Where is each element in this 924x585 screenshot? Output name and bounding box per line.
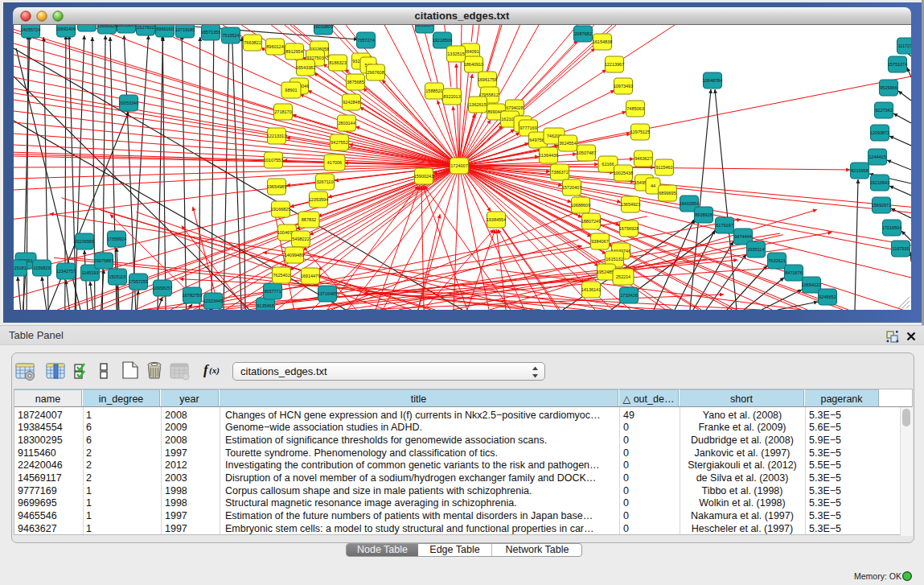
svg-text:6966160: 6966160 (156, 27, 173, 31)
svg-text:8322013: 8322013 (443, 94, 460, 99)
svg-text:9886599: 9886599 (78, 25, 95, 26)
svg-text:7386372: 7386372 (551, 170, 568, 175)
svg-text:18807249: 18807249 (581, 219, 601, 224)
svg-text:10973493: 10973493 (614, 84, 633, 89)
svg-text:252214: 252214 (616, 274, 630, 279)
svg-text:8912954: 8912954 (285, 49, 302, 54)
svg-text:1244415: 1244415 (869, 154, 885, 159)
svg-text:10958157: 10958157 (153, 286, 172, 290)
svg-text:1615132: 1615132 (606, 257, 622, 262)
svg-text:15692971: 15692971 (872, 203, 891, 208)
svg-text:10648784: 10648784 (703, 78, 722, 83)
svg-text:9474444: 9474444 (734, 234, 751, 239)
svg-text:16033809: 16033809 (314, 25, 333, 29)
svg-text:2803144: 2803144 (338, 121, 355, 126)
svg-text:13654923: 13654923 (621, 202, 640, 207)
svg-text:12353594: 12353594 (309, 197, 328, 202)
svg-text:7632621: 7632621 (768, 258, 785, 263)
svg-text:12093872: 12093872 (870, 130, 889, 135)
svg-text:19166825: 19166825 (271, 207, 290, 212)
svg-text:3875685: 3875685 (347, 80, 363, 84)
svg-text:7515524: 7515524 (222, 33, 239, 38)
svg-text:12342757: 12342757 (56, 269, 76, 274)
svg-text:17359924: 17359924 (107, 237, 126, 241)
svg-text:16543382: 16543382 (296, 65, 315, 70)
svg-text:10025438: 10025438 (614, 171, 633, 175)
svg-text:12975125: 12975125 (630, 130, 650, 134)
svg-text:16154838: 16154838 (593, 39, 612, 44)
svg-text:15751074: 15751074 (888, 62, 907, 67)
svg-text:9427552: 9427552 (331, 140, 347, 145)
svg-text:8960124: 8960124 (266, 44, 283, 49)
svg-text:2967608: 2967608 (367, 70, 384, 75)
svg-text:19654985: 19654985 (267, 184, 286, 189)
svg-text:9463627: 9463627 (634, 156, 651, 161)
svg-text:24055724: 24055724 (21, 27, 40, 32)
svg-text:62166: 62166 (602, 162, 614, 167)
svg-text:12213967: 12213967 (605, 62, 624, 67)
svg-text:1527602: 1527602 (137, 25, 154, 30)
svg-text:1117271: 1117271 (898, 43, 911, 48)
svg-text:17016504: 17016504 (882, 225, 901, 230)
svg-text:9227342: 9227342 (875, 108, 892, 113)
svg-text:9135468: 9135468 (257, 303, 273, 308)
svg-text:29975887: 29975887 (94, 258, 113, 263)
svg-text:14099489: 14099489 (285, 253, 304, 257)
svg-text:7663822: 7663822 (244, 40, 261, 45)
svg-text:16756928: 16756928 (619, 226, 639, 231)
svg-text:1145193: 1145193 (81, 270, 98, 275)
svg-text:1505115: 1505115 (109, 274, 125, 279)
svg-text:16571355: 16571355 (201, 30, 220, 35)
svg-text:10107553: 10107553 (264, 158, 283, 163)
svg-text:44: 44 (651, 183, 655, 188)
svg-text:1332515: 1332515 (447, 51, 464, 56)
svg-text:9529966: 9529966 (880, 85, 897, 90)
svg-text:6899695: 6899695 (659, 191, 676, 196)
svg-text:8215958: 8215958 (851, 168, 868, 173)
svg-text:6179197: 6179197 (716, 223, 733, 228)
svg-text:7357274: 7357274 (357, 38, 374, 43)
svg-text:1724007: 1724007 (450, 163, 467, 168)
svg-text:12323445: 12323445 (203, 299, 223, 303)
svg-text:10653267: 10653267 (117, 25, 136, 27)
svg-text:1167535: 1167535 (892, 246, 909, 251)
svg-text:8471676: 8471676 (785, 270, 802, 275)
svg-text:15866926: 15866926 (97, 25, 117, 28)
svg-text:1362615: 1362615 (469, 102, 486, 107)
svg-text:19218506: 19218506 (433, 38, 452, 43)
svg-text:16403954: 16403954 (680, 201, 699, 206)
svg-text:10719185: 10719185 (175, 27, 195, 32)
svg-text:9115460: 9115460 (655, 165, 672, 170)
svg-text:15720407: 15720407 (562, 185, 581, 190)
svg-text:20206586: 20206586 (75, 239, 94, 244)
svg-text:1156829: 1156829 (33, 266, 50, 270)
svg-text:9777169: 9777169 (519, 126, 536, 130)
svg-text:98901: 98901 (285, 88, 297, 93)
svg-text:20691406: 20691406 (56, 27, 76, 31)
svg-text:21364436: 21364436 (539, 153, 558, 158)
svg-text:10654122: 10654122 (802, 282, 821, 287)
svg-text:2935114: 2935114 (747, 247, 764, 252)
svg-text:8938928: 8938928 (695, 212, 712, 217)
svg-text:9384067: 9384067 (591, 239, 608, 244)
svg-text:8186323: 8186323 (329, 60, 346, 65)
svg-text:2087682: 2087682 (574, 31, 591, 36)
svg-text:19384554: 19384554 (487, 217, 506, 222)
svg-text:1733426: 1733426 (620, 293, 637, 298)
svg-text:8813014: 8813014 (416, 25, 433, 27)
svg-text:16210643: 16210643 (870, 180, 889, 185)
svg-text:3267110: 3267110 (316, 179, 333, 184)
svg-text:3624554: 3624554 (559, 141, 576, 146)
svg-text:887832: 887832 (302, 217, 316, 222)
svg-text:16782759: 16782759 (183, 293, 202, 298)
svg-text:6794028: 6794028 (506, 105, 523, 110)
svg-text:16914479: 16914479 (301, 274, 320, 278)
svg-text:7625402: 7625402 (273, 273, 290, 278)
svg-text:20053346: 20053346 (119, 101, 138, 105)
svg-text:10507487: 10507487 (577, 150, 596, 155)
svg-text:9242848: 9242848 (343, 100, 359, 105)
svg-text:5498222: 5498222 (292, 237, 309, 241)
svg-text:7485063: 7485063 (626, 106, 643, 111)
svg-text:18640910: 18640910 (464, 62, 483, 67)
svg-text:13716485: 13716485 (318, 291, 337, 296)
